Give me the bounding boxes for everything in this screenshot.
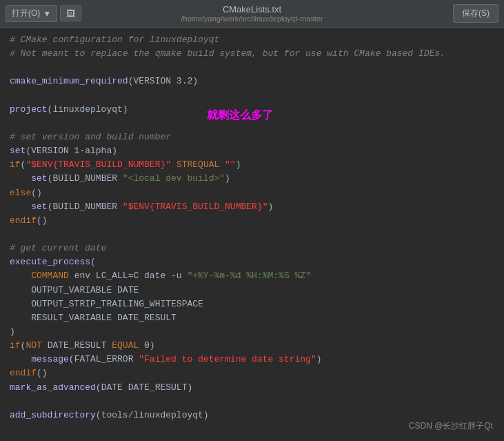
line-15	[10, 228, 498, 242]
line-20: OUTPUT_STRIP_TRAILING_WHITESPACE	[10, 297, 498, 311]
filepath-label: /home/yang/work/src/linuxdeployqt-master	[181, 14, 323, 23]
dropdown-arrow: ▼	[43, 9, 51, 19]
line-13: set(BUILD_NUMBER "$ENV{TRAVIS_BUILD_NUMB…	[10, 200, 498, 214]
annotation-text: 就剩这么多了	[207, 107, 273, 124]
line-2: # Not meant to replace the qmake build s…	[10, 47, 498, 61]
save-button[interactable]: 保存(S)	[453, 4, 498, 23]
line-8: # set version and build number	[10, 130, 498, 144]
line-12: else()	[10, 186, 498, 200]
title-bar: 打开(O) ▼ 🖼 CMakeLists.txt /home/yang/work…	[0, 0, 504, 28]
toolbar-left: 打开(O) ▼ 🖼	[6, 5, 81, 22]
line-3	[10, 61, 498, 75]
open-label: 打开(O)	[12, 8, 40, 19]
filename-label: CMakeLists.txt	[181, 4, 323, 14]
line-4: cmake_minimum_required(VERSION 3.2)	[10, 75, 498, 88]
line-9: set(VERSION 1-alpha)	[10, 144, 498, 158]
line-14: endif()	[10, 214, 498, 228]
line-17: execute_process(	[10, 255, 498, 269]
title-center: CMakeLists.txt /home/yang/work/src/linux…	[181, 4, 323, 23]
line-21: RESULT_VARIABLE DATE_RESULT	[10, 311, 498, 325]
line-26: mark_as_advanced(DATE DATE_RESULT)	[10, 381, 498, 395]
line-23: if(NOT DATE_RESULT EQUAL 0)	[10, 339, 498, 353]
line-5	[10, 89, 498, 103]
line-24: message(FATAL_ERROR "Failed to determine…	[10, 353, 498, 366]
watermark-text: CSDN @长沙红胖子Qt	[409, 420, 493, 433]
line-10: if("$ENV{TRAVIS_BUILD_NUMBER}" STREQUAL …	[10, 158, 498, 172]
line-27	[10, 395, 498, 409]
line-19: OUTPUT_VARIABLE DATE	[10, 284, 498, 297]
line-1: # CMake configuration for linuxdeployqt	[10, 33, 498, 47]
line-25: endif()	[10, 366, 498, 380]
line-22: )	[10, 325, 498, 339]
line-11: set(BUILD_NUMBER "<local dev build>")	[10, 172, 498, 186]
line-18: COMMAND env LC_ALL=C date -u "+%Y-%m-%d …	[10, 269, 498, 283]
line-16: # get current date	[10, 242, 498, 255]
editor-area[interactable]: # CMake configuration for linuxdeployqt …	[0, 28, 504, 441]
open-button[interactable]: 打开(O) ▼	[6, 5, 57, 22]
image-icon-button[interactable]: 🖼	[60, 6, 81, 21]
